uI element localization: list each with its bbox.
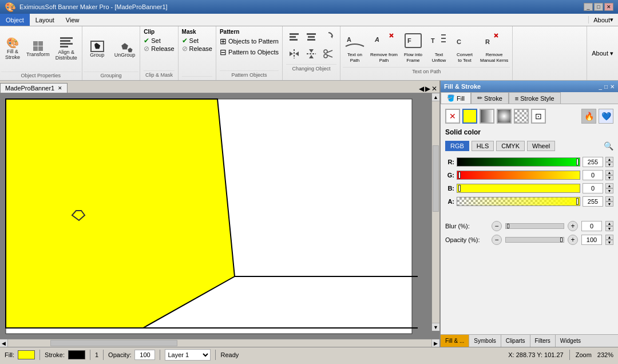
fill-type-swatch[interactable]: ⊡ <box>531 109 546 124</box>
transform-icon <box>33 41 43 51</box>
convert-to-text-button[interactable]: C Convertto Text <box>453 29 477 65</box>
g-spin-down[interactable]: ▼ <box>605 175 613 180</box>
vertical-scrollbar[interactable]: ▲ ▼ <box>431 93 439 331</box>
eyedropper-button[interactable]: 🔍 <box>604 141 613 151</box>
mask-release-icon: ⊘ <box>182 45 188 53</box>
menu-item-layout[interactable]: Layout <box>30 14 60 26</box>
layer-select[interactable]: Layer 1 <box>165 349 211 361</box>
clip-release-button[interactable]: ⊘ Release <box>144 45 174 53</box>
scroll-thumb-h[interactable] <box>50 340 177 346</box>
minimize-button[interactable]: _ <box>584 3 593 11</box>
restore-button[interactable]: □ <box>594 3 603 11</box>
objects-to-pattern-button[interactable]: ⊞ Objects to Pattern <box>220 37 279 46</box>
fill-type-none[interactable]: ✕ <box>445 109 460 124</box>
color-mode-cmyk[interactable]: CMYK <box>496 141 525 151</box>
rotate-button[interactable] <box>320 29 336 45</box>
b-spin-up[interactable]: ▲ <box>605 183 613 188</box>
color-mode-hls[interactable]: HLS <box>472 141 494 151</box>
menu-item-object[interactable]: Object <box>0 14 30 26</box>
align-left-button[interactable] <box>286 29 302 45</box>
canvas-nav-next[interactable]: ▶ <box>425 85 430 93</box>
scroll-up-button[interactable]: ▲ <box>432 93 439 101</box>
r-slider[interactable] <box>457 157 580 167</box>
fill-extra-flame[interactable]: 🔥 <box>581 109 596 124</box>
canvas-tab[interactable]: MadeProBanner1 ✕ <box>0 83 68 93</box>
text-unflow-button[interactable]: T TextUnflow <box>427 29 451 65</box>
separator-1 <box>39 350 40 360</box>
scroll-right-button[interactable]: ▶ <box>431 339 439 347</box>
blur-minus-button[interactable]: − <box>492 221 502 231</box>
opacity-slider[interactable] <box>505 237 564 243</box>
clip-set-button[interactable]: ✔ Set <box>144 37 174 45</box>
group-button[interactable]: ⬟ ⬟ Group <box>85 39 110 60</box>
canvas-viewport[interactable]: ▲ ▼ <box>0 93 439 339</box>
b-spin-down[interactable]: ▼ <box>605 188 613 193</box>
ungroup-button[interactable]: ⬟ ⬟ UnGroup <box>112 39 138 60</box>
tab-stroke[interactable]: ✏ Stroke <box>471 92 509 104</box>
tab-filters[interactable]: Filters <box>530 335 556 347</box>
tab-fill-bottom[interactable]: Fill & ... <box>441 335 469 347</box>
fill-extra-heart[interactable]: 💙 <box>599 109 613 124</box>
svg-marker-8 <box>290 52 293 56</box>
pattern-to-objects-button[interactable]: ⊟ Pattern to Objects <box>220 48 279 57</box>
color-mode-wheel[interactable]: Wheel <box>527 141 555 151</box>
remove-manual-kerns-button[interactable]: R RemoveManual Kerns <box>478 29 510 65</box>
svg-rect-5 <box>307 39 315 41</box>
menu-item-view[interactable]: View <box>60 14 85 26</box>
scissors-button[interactable] <box>320 46 336 62</box>
blur-slider[interactable] <box>505 223 564 229</box>
r-spin-down[interactable]: ▼ <box>605 162 613 167</box>
fill-type-linear[interactable] <box>480 109 494 124</box>
text-on-path-button[interactable]: A Text onPath <box>343 29 367 65</box>
a-spin-up[interactable]: ▲ <box>605 196 613 201</box>
g-slider[interactable] <box>457 171 580 180</box>
horizontal-scrollbar[interactable]: ◀ ▶ <box>0 339 439 347</box>
panel-minimize[interactable]: _ <box>599 84 602 90</box>
align-distribute-button[interactable]: Align &Distribute <box>53 35 80 62</box>
opacity-minus-button[interactable]: − <box>492 235 502 245</box>
close-button[interactable]: ✕ <box>604 3 613 11</box>
scroll-down-button[interactable]: ▼ <box>432 323 439 331</box>
fill-type-radial[interactable] <box>497 109 512 124</box>
tab-cliparts[interactable]: Cliparts <box>501 335 530 347</box>
opacity-status-input[interactable] <box>134 350 155 360</box>
scroll-thumb-v[interactable] <box>433 145 439 212</box>
tab-symbols[interactable]: Symbols <box>469 335 501 347</box>
a-spin-down[interactable]: ▼ <box>605 201 613 207</box>
remove-from-path-button[interactable]: A Remove fromPath <box>369 29 399 65</box>
panel-close[interactable]: ✕ <box>610 84 615 90</box>
canvas-tab-close[interactable]: ✕ <box>58 85 62 91</box>
canvas-close[interactable]: ✕ <box>431 85 437 93</box>
r-spin-up[interactable]: ▲ <box>605 157 613 162</box>
fill-stroke-button[interactable]: 🎨 Fill &Stroke <box>2 36 23 62</box>
tab-widgets[interactable]: Widgets <box>556 335 585 347</box>
panel-expand[interactable]: □ <box>604 84 608 90</box>
transform-button[interactable]: Transform <box>24 39 52 59</box>
blur-spin-down[interactable]: ▼ <box>605 226 613 231</box>
blur-plus-button[interactable]: + <box>568 221 578 231</box>
scroll-left-button[interactable]: ◀ <box>0 339 8 347</box>
b-slider[interactable] <box>457 184 580 193</box>
a-slider[interactable] <box>457 197 580 206</box>
g-spin-up[interactable]: ▲ <box>605 170 613 175</box>
about-btn[interactable]: About ▾ <box>587 26 618 80</box>
canvas-nav-prev[interactable]: ◀ <box>419 85 424 93</box>
fill-stroke-icon: 🎨 <box>6 38 19 48</box>
fill-type-pattern[interactable] <box>514 109 529 124</box>
tab-stroke-style[interactable]: ≡ Stroke Style <box>509 92 561 104</box>
opacity-spin-up[interactable]: ▲ <box>605 235 613 240</box>
mask-set-button[interactable]: ✔ Set <box>182 37 212 45</box>
blur-spin-up[interactable]: ▲ <box>605 221 613 226</box>
opacity-plus-button[interactable]: + <box>568 235 578 245</box>
flip-horizontal-button[interactable] <box>286 46 302 62</box>
about-button[interactable]: About ▾ <box>588 16 618 23</box>
mask-release-button[interactable]: ⊘ Release <box>182 45 212 53</box>
svg-marker-6 <box>331 35 332 38</box>
fill-type-solid[interactable] <box>462 109 477 124</box>
tab-fill[interactable]: 🪣 Fill <box>441 92 471 104</box>
color-mode-rgb[interactable]: RGB <box>445 141 469 151</box>
align-center-button[interactable] <box>303 29 319 45</box>
flip-vertical-button[interactable] <box>303 46 319 62</box>
flow-into-frame-button[interactable]: F Flow intoFrame <box>401 29 425 65</box>
opacity-spin-down[interactable]: ▼ <box>605 240 613 245</box>
